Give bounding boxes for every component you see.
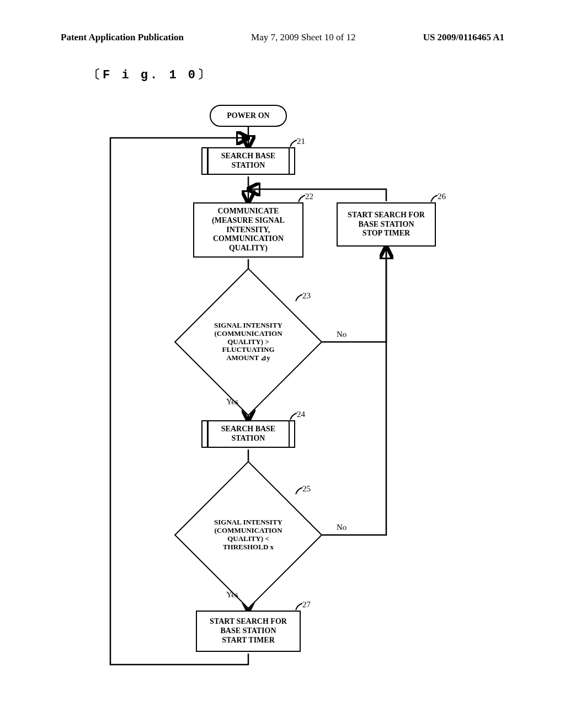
ref-25: 25 bbox=[302, 484, 311, 494]
decision-25-signal-lt-threshold-x: SIGNAL INTENSITY(COMMUNICATIONQUALITY) <… bbox=[196, 483, 301, 587]
label-25-no: No bbox=[337, 523, 347, 532]
flowchart: POWER ON SEARCH BASESTATION 21 COMMUNICA… bbox=[77, 94, 497, 667]
ref-24-text: 24 bbox=[297, 410, 305, 419]
ref-22-text: 22 bbox=[305, 192, 313, 201]
ref-25-text: 25 bbox=[302, 484, 311, 493]
label-23-no: No bbox=[337, 330, 347, 339]
header-patent-number: US 2009/0116465 A1 bbox=[423, 32, 504, 43]
step-22-communicate: COMMUNICATE(MEASURE SIGNALINTENSITY,COMM… bbox=[193, 202, 303, 258]
ref-26-text: 26 bbox=[438, 192, 446, 201]
ref-26: 26 bbox=[438, 192, 446, 201]
ref-21: 21 bbox=[297, 137, 305, 146]
ref-21-text: 21 bbox=[297, 137, 305, 146]
terminator-power-on: POWER ON bbox=[210, 105, 287, 127]
decision-23-text: SIGNAL INTENSITY(COMMUNICATIONQUALITY) >… bbox=[196, 290, 301, 394]
header-date-sheet: May 7, 2009 Sheet 10 of 12 bbox=[251, 32, 355, 43]
step-27-start-search-start-timer: START SEARCH FORBASE STATIONSTART TIMER bbox=[196, 611, 301, 652]
page: Patent Application Publication May 7, 20… bbox=[0, 0, 565, 728]
decision-25-text: SIGNAL INTENSITY(COMMUNICATIONQUALITY) <… bbox=[196, 483, 301, 587]
ref-23: 23 bbox=[302, 291, 311, 301]
ref-24: 24 bbox=[297, 410, 305, 419]
header-publication: Patent Application Publication bbox=[61, 32, 184, 43]
ref-22: 22 bbox=[305, 192, 313, 201]
label-25-yes: Yes bbox=[226, 590, 238, 599]
label-23-yes: Yes bbox=[226, 397, 238, 406]
decision-23-signal-gt-delta-y: SIGNAL INTENSITY(COMMUNICATIONQUALITY) >… bbox=[196, 290, 301, 394]
ref-27: 27 bbox=[302, 600, 311, 609]
ref-27-text: 27 bbox=[302, 600, 311, 609]
figure-label: 〔F i g. 1 0〕 bbox=[88, 66, 212, 83]
page-header: Patent Application Publication May 7, 20… bbox=[61, 32, 504, 43]
step-21-search-base-station: SEARCH BASESTATION bbox=[201, 147, 295, 175]
step-24-search-base-station: SEARCH BASESTATION bbox=[201, 420, 295, 448]
step-26-start-search-stop-timer: START SEARCH FORBASE STATIONSTOP TIMER bbox=[337, 202, 436, 247]
ref-23-text: 23 bbox=[302, 291, 311, 300]
